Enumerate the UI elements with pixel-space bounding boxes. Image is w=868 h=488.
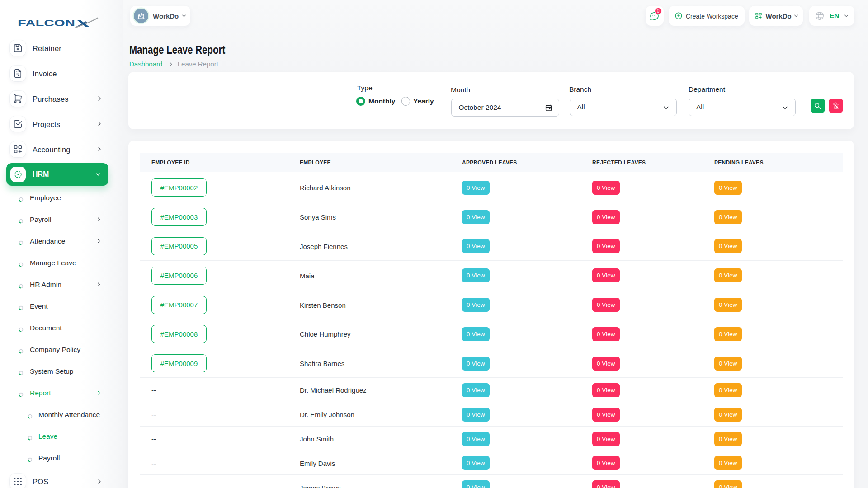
svg-text:FALCON: FALCON: [18, 18, 75, 28]
